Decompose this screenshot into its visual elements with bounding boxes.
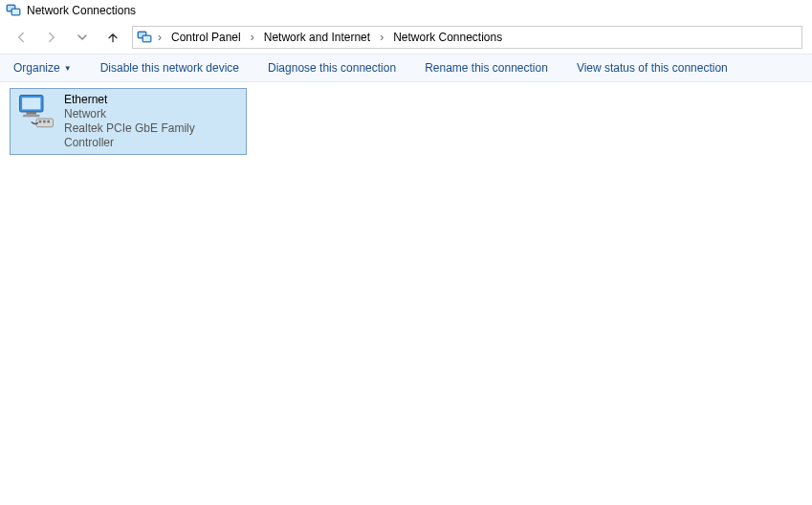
- network-connections-icon: [6, 3, 21, 18]
- breadcrumb-control-panel[interactable]: Control Panel: [167, 29, 245, 46]
- recent-locations-dropdown[interactable]: [71, 26, 94, 49]
- chevron-down-icon: ▼: [64, 64, 72, 73]
- chevron-right-icon[interactable]: ›: [156, 31, 164, 44]
- window-title: Network Connections: [27, 4, 136, 17]
- breadcrumb-network-and-internet[interactable]: Network and Internet: [260, 29, 374, 46]
- network-connections-icon: [137, 30, 152, 45]
- connection-status: Network: [64, 107, 240, 121]
- back-button[interactable]: [10, 26, 33, 49]
- diagnose-connection-button[interactable]: Diagnose this connection: [268, 61, 396, 75]
- titlebar: Network Connections: [0, 0, 812, 21]
- svg-rect-14: [43, 121, 46, 123]
- organize-menu[interactable]: Organize ▼: [13, 61, 72, 75]
- svg-rect-10: [27, 112, 37, 115]
- svg-rect-15: [47, 121, 50, 123]
- address-bar[interactable]: › Control Panel › Network and Internet ›…: [132, 26, 802, 49]
- navigation-bar: › Control Panel › Network and Internet ›…: [0, 21, 812, 54]
- organize-label: Organize: [13, 61, 60, 75]
- rename-connection-button[interactable]: Rename this connection: [425, 61, 548, 75]
- breadcrumb-network-connections[interactable]: Network Connections: [389, 29, 506, 46]
- view-status-button[interactable]: View status of this connection: [577, 61, 728, 75]
- chevron-right-icon[interactable]: ›: [378, 31, 385, 44]
- chevron-right-icon[interactable]: ›: [249, 31, 256, 44]
- forward-button[interactable]: [40, 26, 63, 49]
- disable-device-button[interactable]: Disable this network device: [100, 61, 239, 75]
- connection-device: Realtek PCIe GbE Family Controller: [64, 121, 240, 150]
- svg-rect-7: [143, 36, 150, 41]
- svg-rect-11: [23, 115, 40, 118]
- svg-rect-9: [22, 98, 40, 109]
- command-bar: Organize ▼ Disable this network device D…: [0, 54, 812, 82]
- connection-name: Ethernet: [64, 93, 240, 107]
- connection-text: Ethernet Network Realtek PCIe GbE Family…: [64, 93, 240, 150]
- connection-item-ethernet[interactable]: Ethernet Network Realtek PCIe GbE Family…: [10, 88, 247, 155]
- svg-rect-13: [39, 121, 42, 123]
- up-button[interactable]: [101, 26, 124, 49]
- ethernet-adapter-icon: [16, 93, 56, 131]
- svg-rect-3: [12, 10, 19, 14]
- connections-list: Ethernet Network Realtek PCIe GbE Family…: [0, 82, 812, 161]
